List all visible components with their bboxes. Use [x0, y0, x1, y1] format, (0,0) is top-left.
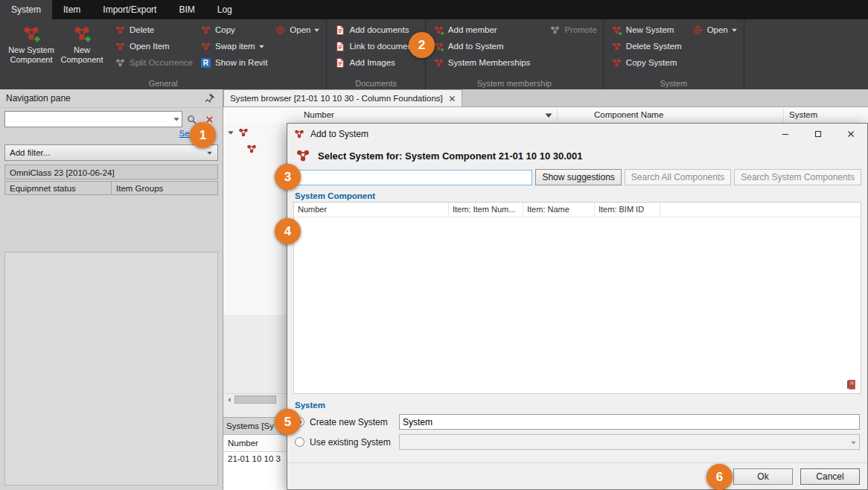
system-memberships-button[interactable]: System Memberships	[433, 56, 531, 69]
search-all-components-button[interactable]: Search All Components	[625, 169, 731, 185]
column-component-name[interactable]: Component Name	[594, 110, 663, 119]
add-member-button[interactable]: Add member	[433, 23, 531, 36]
nav-search-dropdown-icon[interactable]	[173, 115, 180, 123]
dlg-column-item-bim-id[interactable]: Item: BIM ID	[595, 203, 660, 217]
create-new-system-label: Create new System	[310, 417, 394, 427]
group-label-documents: Documents	[327, 79, 424, 88]
dlg-column-number[interactable]: Number	[294, 203, 449, 217]
nav-search-row	[4, 110, 218, 128]
ribbon-group-documents: Add documents Link to documents Add Imag…	[327, 19, 425, 89]
new-system-button[interactable]: New System	[611, 23, 682, 36]
minimize-icon	[782, 130, 789, 138]
group-label-general: General	[0, 79, 326, 88]
add-images-button[interactable]: Add Images	[334, 56, 418, 69]
tab-close-icon[interactable]	[449, 95, 456, 102]
search-icon	[186, 114, 197, 125]
systems-panel-tab-label: Systems [Sy	[226, 421, 274, 430]
callout-1: 1	[190, 122, 216, 148]
promote-button[interactable]: Promote	[549, 23, 596, 36]
search-system-components-button[interactable]: Search System Components	[734, 169, 861, 185]
callout-2-number: 2	[418, 38, 425, 53]
add-to-system-label: Add to System	[448, 42, 504, 51]
show-suggestions-button[interactable]: Show suggestions	[535, 169, 621, 185]
group-label-system-membership: System membership	[426, 79, 603, 88]
open-label: Open	[290, 25, 310, 34]
delete-button[interactable]: Delete	[115, 23, 193, 36]
omniclass-header[interactable]: OmniClass 23 [2010-06-24]	[4, 165, 218, 179]
menu-tab-bim[interactable]: BIM	[167, 0, 205, 19]
menu-tab-item[interactable]: Item	[52, 0, 92, 19]
existing-system-combobox[interactable]	[399, 434, 860, 450]
open-item-button[interactable]: Open Item	[115, 39, 193, 53]
add-member-icon	[433, 25, 444, 36]
dialog-header: Select System for: System Component 21-0…	[287, 144, 867, 165]
tree-expander-icon[interactable]	[227, 129, 234, 136]
split-occurrence-button[interactable]: Split Occurrence	[115, 56, 193, 69]
tab-system-browser[interactable]: System browser [21-01 10 10 30 - Column …	[223, 89, 462, 106]
nav-column-item-groups[interactable]: Item Groups	[111, 181, 218, 195]
grid-header: Number Component Name System	[223, 107, 868, 124]
navigation-pane-title: Navigation pane	[6, 93, 71, 104]
nav-search-combobox[interactable]	[4, 111, 182, 127]
ok-button[interactable]: Ok	[733, 468, 793, 485]
copy-icon	[200, 25, 211, 36]
delete-system-button[interactable]: Delete System	[611, 39, 682, 53]
pin-icon[interactable]	[204, 92, 215, 104]
callout-5-number: 5	[284, 415, 291, 430]
system-component-table[interactable]: Number Item: Item Num... Item: Name Item…	[293, 202, 861, 394]
copy-system-label: Copy System	[626, 58, 677, 67]
system-node-icon	[237, 127, 249, 139]
open-www-icon	[275, 25, 286, 36]
dialog-title-bar[interactable]: Add to System	[287, 124, 867, 144]
open-dropdown-button[interactable]: Open	[275, 23, 320, 36]
link-to-documents-button[interactable]: Link to documents	[334, 39, 418, 53]
column-number[interactable]: Number	[304, 110, 334, 119]
column-system[interactable]: System	[789, 110, 817, 119]
sort-descending-icon[interactable]	[545, 112, 552, 118]
nav-search-input[interactable]	[5, 112, 182, 127]
section-system-component: System Component	[287, 188, 867, 202]
delete-system-label: Delete System	[626, 42, 682, 51]
ribbon-group-general: New System Component New Component Delet…	[0, 19, 327, 89]
copy-label: Copy	[215, 25, 235, 34]
report-icon[interactable]	[845, 378, 858, 391]
scrollbar-thumb[interactable]	[234, 395, 276, 404]
tab-system-browser-label: System browser [21-01 10 10 30 - Column …	[230, 94, 443, 103]
new-system-name-input[interactable]	[399, 414, 860, 430]
close-button[interactable]	[835, 124, 867, 144]
copy-system-button[interactable]: Copy System	[611, 56, 682, 69]
dlg-column-item-name[interactable]: Item: Name	[523, 203, 595, 217]
new-component-label: New Component	[57, 45, 107, 65]
menu-tab-log[interactable]: Log	[206, 0, 243, 19]
open-system-label: Open	[707, 25, 728, 34]
use-existing-system-radio[interactable]	[295, 437, 304, 447]
callout-4: 4	[275, 218, 301, 244]
add-filter-dropdown[interactable]: Add filter...	[4, 144, 218, 161]
maximize-button[interactable]	[802, 124, 835, 144]
show-in-revit-button[interactable]: R Show in Revit	[200, 56, 267, 69]
menu-tab-import-export[interactable]: Import/Export	[92, 0, 167, 19]
ribbon-group-system: New System Delete System Copy System Ope…	[604, 19, 744, 89]
cancel-button[interactable]: Cancel	[800, 468, 860, 485]
new-system-component-button[interactable]: New System Component	[6, 22, 57, 65]
scroll-left-button[interactable]	[223, 394, 234, 405]
add-documents-button[interactable]: Add documents	[334, 23, 418, 36]
nav-column-headers: Equipmnet status Item Groups	[4, 181, 218, 195]
menu-bar: System Item Import/Export BIM Log	[0, 0, 868, 19]
add-images-label: Add Images	[349, 58, 395, 67]
dialog-search-input[interactable]	[293, 170, 532, 185]
tree-node[interactable]	[227, 127, 249, 139]
add-to-system-button[interactable]: Add to System	[433, 39, 531, 53]
open-system-dropdown-button[interactable]: Open	[692, 23, 738, 36]
dlg-column-item-number[interactable]: Item: Item Num...	[449, 203, 523, 217]
swap-item-button[interactable]: Swap item	[200, 39, 267, 53]
minimize-button[interactable]	[769, 124, 802, 144]
menu-tab-system[interactable]: System	[0, 0, 52, 19]
document-tab-strip: System browser [21-01 10 10 30 - Column …	[223, 89, 868, 107]
tree-node[interactable]	[246, 143, 258, 155]
copy-button[interactable]: Copy	[200, 23, 267, 36]
new-component-button[interactable]: New Component	[57, 22, 107, 65]
omniclass-label: OmniClass 23 [2010-06-24]	[10, 168, 115, 177]
nav-column-equipment-status[interactable]: Equipmnet status	[4, 181, 112, 195]
nav-item-list[interactable]	[4, 252, 218, 486]
